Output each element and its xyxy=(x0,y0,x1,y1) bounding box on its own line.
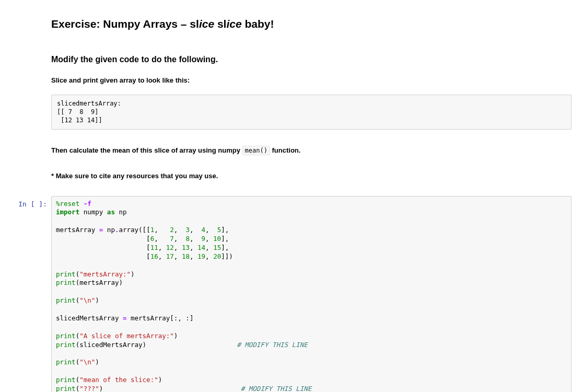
markdown-content: Exercise: Numpy Arrays – slice slice bab… xyxy=(51,10,582,192)
markdown-cell: Exercise: Numpy Arrays – slice slice bab… xyxy=(0,10,582,192)
input-prompt: In [ ]: xyxy=(0,196,51,392)
code-cell: In [ ]: %reset -f import numpy as np mer… xyxy=(0,196,582,392)
exercise-title: Exercise: Numpy Arrays – slice slice bab… xyxy=(51,16,572,32)
mean-code-inline: mean() xyxy=(242,146,270,155)
mean-instruction: Then calculate the mean of this slice of… xyxy=(51,145,572,156)
markdown-prompt xyxy=(0,10,51,192)
subtitle: Modify the given code to do the followin… xyxy=(51,53,572,66)
slice-instruction: Slice and print given array to look like… xyxy=(51,75,572,86)
code-input-area[interactable]: %reset -f import numpy as np mertsArray … xyxy=(51,196,572,392)
expected-output-block: slicedmertsArray: [[ 7 8 9] [12 13 14]] xyxy=(51,95,572,130)
cite-note: * Make sure to cite any resources that y… xyxy=(51,171,572,181)
